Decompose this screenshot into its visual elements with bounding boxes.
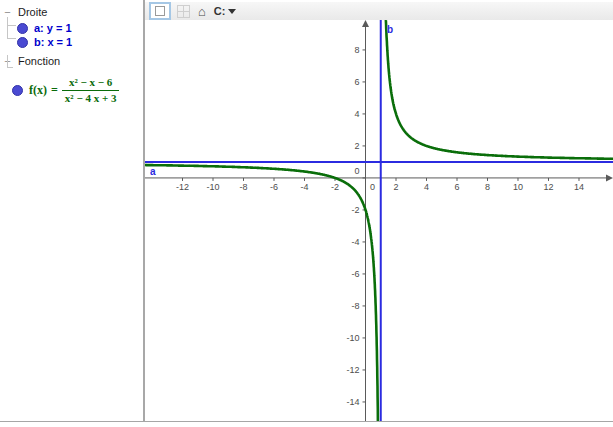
dropdown-caret-icon [228, 9, 236, 14]
line-a-definition: a: y = 1 [34, 22, 72, 34]
window-bottom-border [0, 421, 613, 422]
x-tick-label: -6 [270, 182, 278, 192]
object-label-a: a [150, 166, 156, 177]
y-tick-label: -2 [351, 205, 359, 215]
x-tick-label: 0 [370, 182, 375, 192]
axes-toggle-button[interactable] [149, 2, 171, 20]
x-tick-label: -12 [176, 182, 189, 192]
y-tick-label: -12 [346, 365, 359, 375]
fraction-denominator: x² − 4 x + 3 [62, 91, 120, 105]
y-tick-label: 6 [354, 77, 359, 87]
point-capture-dropdown[interactable]: C: [214, 5, 237, 17]
y-axis-arrow-icon [362, 20, 369, 27]
visibility-bullet-icon[interactable] [12, 85, 23, 96]
function-curve-f[interactable] [145, 20, 613, 421]
y-tick-label: -14 [346, 397, 359, 407]
y-tick-label: 2 [354, 141, 359, 151]
y-tick-label: 4 [354, 109, 359, 119]
graphics-canvas[interactable]: -12-10-8-6-4-20246810121486420-2-4-6-8-1… [145, 20, 613, 421]
y-tick-label: -6 [351, 269, 359, 279]
group-label-droite: Droite [18, 6, 47, 18]
equals-sign: = [51, 83, 58, 98]
geogebra-window: − Droite a: y = 1 b: x = 1 − Fonction f(… [0, 0, 613, 427]
home-icon[interactable]: ⌂ [198, 5, 206, 18]
x-tick-label: 12 [543, 182, 553, 192]
group-label-fonction: Fonction [18, 55, 60, 67]
algebra-item-line-b[interactable]: b: x = 1 [0, 36, 143, 48]
collapse-toggle-icon[interactable]: − [3, 8, 12, 17]
function-plot-svg[interactable]: -12-10-8-6-4-20246810121486420-2-4-6-8-1… [145, 20, 613, 421]
x-tick-label: 8 [485, 182, 490, 192]
x-tick-label: 6 [454, 182, 459, 192]
x-tick-label: -10 [207, 182, 220, 192]
function-fraction: x² − x − 6 x² − 4 x + 3 [62, 76, 120, 105]
x-tick-label: -2 [331, 182, 339, 192]
graphics-style-bar: ⌂ C: [145, 2, 613, 21]
axes-icon [155, 6, 165, 16]
tree-connector [7, 67, 13, 68]
visibility-bullet-icon[interactable] [17, 23, 28, 34]
graphics-view: ⌂ C: -12-10-8-6-4-20246810121486420-2-4-… [145, 0, 613, 421]
algebra-view: − Droite a: y = 1 b: x = 1 − Fonction f(… [0, 0, 143, 421]
algebra-item-function-f[interactable]: f(x) = x² − x − 6 x² − 4 x + 3 [0, 74, 143, 106]
algebra-item-line-a[interactable]: a: y = 1 [0, 22, 143, 34]
x-tick-label: 4 [424, 182, 429, 192]
grid-toggle-icon[interactable] [177, 5, 190, 18]
x-tick-label: 2 [393, 182, 398, 192]
y-tick-label: -8 [351, 301, 359, 311]
x-tick-label: 14 [574, 182, 584, 192]
y-tick-label: -4 [351, 237, 359, 247]
x-axis-arrow-icon [606, 174, 613, 181]
line-b-definition: b: x = 1 [34, 36, 72, 48]
y-tick-label: 8 [354, 45, 359, 55]
y-tick-label: 0 [354, 166, 359, 176]
y-tick-label: -10 [346, 333, 359, 343]
algebra-group-fonction-header: − Fonction [0, 54, 143, 68]
fraction-numerator: x² − x − 6 [62, 76, 120, 91]
x-tick-label: -4 [300, 182, 308, 192]
x-tick-label: -8 [240, 182, 248, 192]
object-label-b: b [387, 24, 393, 35]
capture-label: C: [214, 5, 226, 17]
function-name: f(x) [29, 83, 47, 98]
algebra-group-droite-header: − Droite [0, 5, 143, 19]
visibility-bullet-icon[interactable] [17, 37, 28, 48]
x-tick-label: 10 [513, 182, 523, 192]
